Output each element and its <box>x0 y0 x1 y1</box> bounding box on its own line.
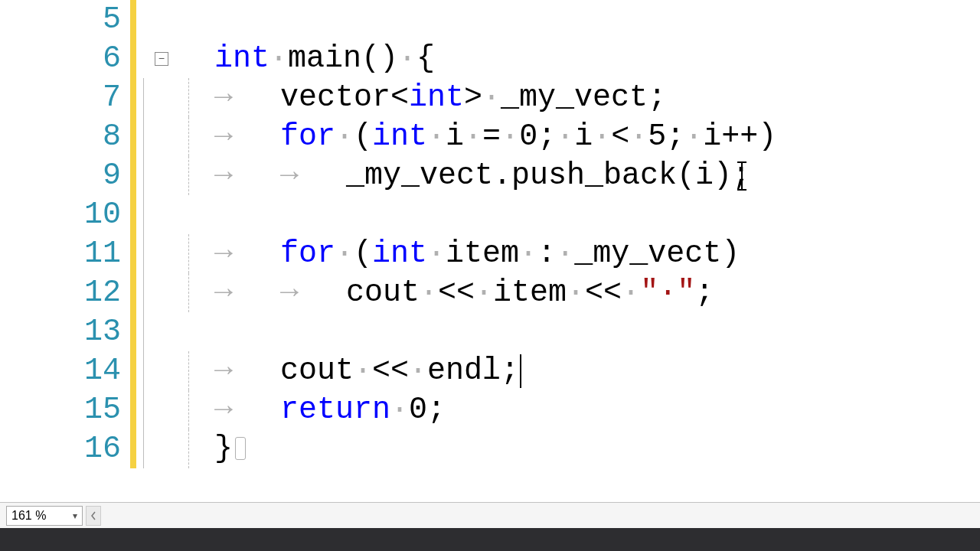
token-ident: i++ <box>703 119 758 154</box>
mouse-ibeam-cursor <box>741 162 743 190</box>
change-bar <box>130 195 136 234</box>
outline-margin <box>136 0 187 39</box>
token-ws-dot: · <box>464 119 482 154</box>
zoom-dropdown[interactable]: 161 % ▾ <box>6 506 83 526</box>
code-text[interactable]: →cout·<<·endl; <box>187 351 521 390</box>
line-number: 5 <box>0 0 130 39</box>
code-line[interactable]: 10 <box>0 195 980 234</box>
token-ws-dot: · <box>398 41 416 76</box>
change-bar <box>130 390 136 429</box>
token-ident: main() <box>288 41 398 76</box>
token-ident: _my_vect; <box>501 80 666 115</box>
token-ws-dot: · <box>335 236 354 271</box>
token-ident: cout <box>280 354 354 388</box>
token-ws-dot: · <box>409 354 427 388</box>
token-kw: int <box>214 41 270 76</box>
code-text[interactable]: →return·0; <box>187 390 446 429</box>
token-op: << <box>438 276 475 310</box>
token-num: 5 <box>648 119 666 154</box>
code-editor: 56int·main()·{7→vector<int>·_my_vect;8→f… <box>0 0 980 551</box>
line-number: 13 <box>0 312 130 351</box>
token-op: << <box>372 354 409 388</box>
token-op: ; <box>666 119 684 154</box>
bottom-panel-strip <box>0 528 980 551</box>
line-number: 11 <box>0 234 130 273</box>
line-number: 8 <box>0 117 130 156</box>
code-line[interactable]: 6int·main()·{ <box>0 39 980 78</box>
code-line[interactable]: 7→vector<int>·_my_vect; <box>0 78 980 117</box>
code-line[interactable]: 9→→_my_vect.push_back(i); <box>0 156 980 195</box>
line-number: 14 <box>0 351 130 390</box>
change-bar <box>130 78 136 117</box>
token-ident: vector <box>280 80 390 115</box>
code-line[interactable]: 13 <box>0 312 980 351</box>
token-ident: _my_vect.push_back(i); <box>346 158 750 193</box>
end-of-file-glyph <box>235 437 246 460</box>
code-text[interactable]: →→cout·<<·item·<<·"·"; <box>187 273 714 312</box>
token-ws-dot: · <box>684 119 703 154</box>
outline-margin <box>136 195 187 234</box>
fold-toggle[interactable] <box>155 52 168 66</box>
code-text[interactable]: int·main()·{ <box>187 39 435 78</box>
token-ws-arrow: → <box>214 390 280 429</box>
token-op: ( <box>354 236 372 271</box>
token-op: ; <box>695 276 714 310</box>
line-number: 15 <box>0 390 130 429</box>
token-ws-arrow: → <box>214 351 280 390</box>
token-ws-dot: · <box>475 276 493 310</box>
code-line[interactable]: 15→return·0; <box>0 390 980 429</box>
change-bar <box>130 273 136 312</box>
token-ident: _my_vect <box>574 236 721 271</box>
code-text[interactable]: →for·(int·i·=·0;·i·<·5;·i++) <box>187 117 776 156</box>
token-op: > <box>464 80 482 115</box>
token-ident: cout <box>346 276 420 310</box>
line-number: 12 <box>0 273 130 312</box>
code-line[interactable]: 16} <box>0 429 980 468</box>
token-op: ; <box>501 354 519 388</box>
change-bar <box>130 429 136 468</box>
hscroll-left-button[interactable] <box>86 506 101 526</box>
token-kw: int <box>372 236 427 271</box>
token-op: ) <box>721 236 740 271</box>
token-num: 0 <box>519 119 537 154</box>
chevron-down-icon: ▾ <box>73 510 77 521</box>
token-ws-arrow: → <box>214 156 280 195</box>
token-ident: item <box>493 276 567 310</box>
token-ws-arrow2: → <box>280 273 346 312</box>
editor-bottom-bar: 161 % ▾ <box>0 502 980 528</box>
line-number: 16 <box>0 429 130 468</box>
token-ws-arrow2: → <box>280 156 346 195</box>
code-text[interactable]: } <box>187 429 246 468</box>
change-bar <box>130 0 136 39</box>
token-ident: i <box>574 119 593 154</box>
token-str: "·" <box>640 276 695 310</box>
outline-margin <box>136 312 187 351</box>
token-ws-dot: · <box>335 119 354 154</box>
token-ws-dot: · <box>629 119 648 154</box>
token-num: 0 <box>409 393 427 427</box>
outline-margin <box>136 78 187 117</box>
token-ws-dot: · <box>270 41 288 76</box>
code-text[interactable]: →→_my_vect.push_back(i); <box>187 156 750 195</box>
code-line[interactable]: 5 <box>0 0 980 39</box>
code-line[interactable]: 14→cout·<<·endl; <box>0 351 980 390</box>
token-ws-arrow: → <box>214 234 280 273</box>
code-line[interactable]: 11→for·(int·item·:·_my_vect) <box>0 234 980 273</box>
code-line[interactable]: 8→for·(int·i·=·0;·i·<·5;·i++) <box>0 117 980 156</box>
token-kw: return <box>280 393 390 427</box>
token-ws-dot: · <box>420 276 438 310</box>
token-ident: item <box>446 236 519 271</box>
code-text[interactable]: →vector<int>·_my_vect; <box>187 78 666 117</box>
token-ws-dot: · <box>556 119 574 154</box>
code-line[interactable]: 12→→cout·<<·item·<<·"·"; <box>0 273 980 312</box>
token-ws-dot: · <box>519 236 537 271</box>
token-ident: endl <box>427 354 501 388</box>
token-ident: i <box>446 119 464 154</box>
change-bar <box>130 156 136 195</box>
token-op: = <box>482 119 501 154</box>
token-op: { <box>416 41 435 76</box>
code-text[interactable]: →for·(int·item·:·_my_vect) <box>187 234 740 273</box>
line-number: 7 <box>0 78 130 117</box>
code-viewport[interactable]: 56int·main()·{7→vector<int>·_my_vect;8→f… <box>0 0 980 502</box>
change-bar <box>130 312 136 351</box>
